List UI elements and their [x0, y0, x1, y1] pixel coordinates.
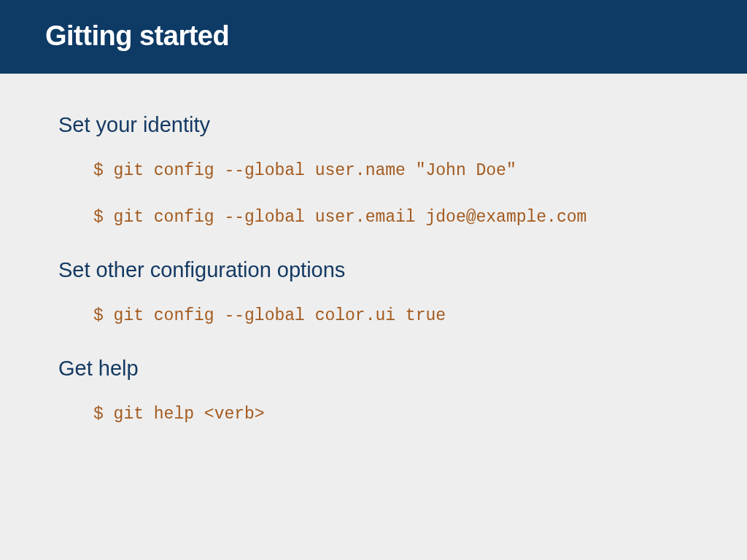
- code-block: $ git config --global color.ui true: [93, 306, 689, 327]
- slide-title: Gitting started: [45, 20, 702, 52]
- section-help: Get help $ git help <verb>: [58, 357, 689, 426]
- section-config: Set other configuration options $ git co…: [58, 258, 689, 327]
- code-block: $ git help <verb>: [93, 404, 689, 426]
- section-heading: Set other configuration options: [58, 258, 689, 282]
- slide-content: Set your identity $ git config --global …: [0, 74, 747, 426]
- code-line: $ git config --global color.ui true: [93, 306, 689, 327]
- code-line: $ git config --global user.email jdoe@ex…: [93, 207, 689, 229]
- code-block: $ git config --global user.name "John Do…: [93, 160, 689, 229]
- code-line: $ git help <verb>: [93, 404, 689, 426]
- section-heading: Set your identity: [58, 113, 689, 137]
- slide-header: Gitting started: [0, 0, 747, 74]
- section-identity: Set your identity $ git config --global …: [58, 113, 689, 229]
- code-line: $ git config --global user.name "John Do…: [93, 160, 689, 182]
- section-heading: Get help: [58, 357, 689, 381]
